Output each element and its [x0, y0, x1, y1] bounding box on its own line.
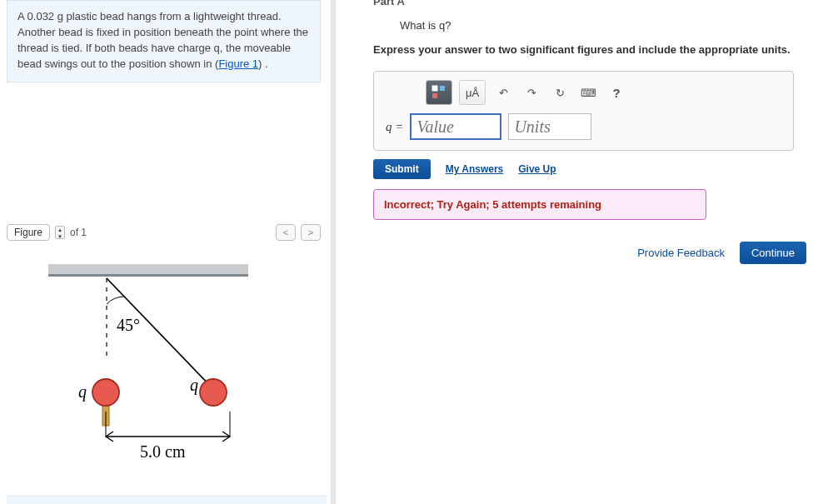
- figure-next-button[interactable]: >: [301, 224, 321, 241]
- continue-button[interactable]: Continue: [740, 242, 806, 264]
- distance-label: 5.0 cm: [140, 442, 186, 461]
- provide-feedback-link[interactable]: Provide Feedback: [637, 247, 725, 259]
- help-button[interactable]: ?: [606, 80, 627, 105]
- value-input[interactable]: [410, 113, 501, 140]
- undo-button[interactable]: ↶: [492, 80, 514, 105]
- submit-button[interactable]: Submit: [373, 159, 431, 179]
- figure-prev-button[interactable]: <: [276, 224, 296, 241]
- svg-rect-12: [432, 93, 437, 98]
- problem-statement: A 0.032 g plastic bead hangs from a ligh…: [7, 0, 321, 82]
- answer-instruction: Express your answer to two significant f…: [373, 43, 825, 56]
- svg-point-6: [200, 379, 227, 406]
- units-input[interactable]: [508, 113, 591, 140]
- part-label: Part A: [373, 0, 825, 7]
- answer-lhs: q =: [386, 120, 403, 134]
- svg-rect-0: [48, 264, 248, 276]
- figure-of-label: of 1: [70, 227, 87, 238]
- svg-point-5: [92, 379, 119, 406]
- svg-rect-11: [440, 86, 445, 91]
- right-charge-label: q: [190, 376, 198, 395]
- question-text: What is q?: [400, 19, 825, 32]
- templates-button[interactable]: [426, 80, 452, 105]
- svg-rect-1: [48, 274, 248, 277]
- problem-text-tail: ) .: [258, 57, 268, 70]
- answer-box: μÅ ↶ ↷ ↻ ⌨ ? q =: [373, 71, 794, 151]
- reset-button[interactable]: ↻: [549, 80, 571, 105]
- figure-canvas: 45° q q 5.0 cm: [7, 249, 321, 495]
- keyboard-button[interactable]: ⌨: [577, 80, 599, 105]
- units-palette-button[interactable]: μÅ: [459, 80, 486, 105]
- decorative-strip: [7, 496, 327, 504]
- redo-button[interactable]: ↷: [521, 80, 542, 105]
- give-up-link[interactable]: Give Up: [518, 163, 556, 175]
- figure-link[interactable]: Figure 1: [218, 57, 258, 70]
- figure-number-stepper[interactable]: ▲▼: [55, 226, 65, 239]
- figure-toolbar: Figure ▲▼ of 1 < >: [7, 224, 321, 241]
- figure-tab[interactable]: Figure: [7, 224, 50, 241]
- feedback-banner: Incorrect; Try Again; 5 attempts remaini…: [373, 189, 706, 220]
- equation-toolbar: μÅ ↶ ↷ ↻ ⌨ ?: [426, 80, 785, 105]
- my-answers-link[interactable]: My Answers: [446, 163, 504, 175]
- angle-label: 45°: [117, 316, 140, 334]
- svg-rect-10: [432, 86, 437, 91]
- left-charge-label: q: [78, 382, 87, 402]
